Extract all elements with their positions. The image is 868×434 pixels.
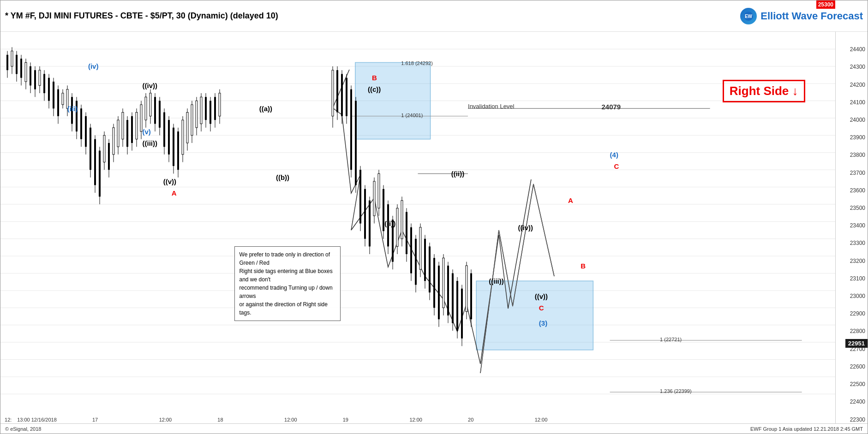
svg-rect-137: [359, 170, 361, 223]
price-22600: 22600: [850, 363, 865, 370]
svg-rect-125: [332, 70, 334, 116]
svg-rect-31: [6, 55, 8, 70]
fib-level-1: 1 (24001): [401, 113, 423, 118]
invalidation-value: 24079: [601, 103, 621, 111]
footer-right: EWF Group 1 Asia updated 12.21.2018 2:45…: [750, 426, 863, 432]
time-label-9: 12:00: [535, 417, 548, 422]
svg-rect-129: [341, 74, 343, 116]
wave-label-C-low: C: [539, 304, 544, 312]
svg-rect-109: [186, 113, 188, 143]
svg-rect-35: [16, 55, 18, 74]
price-23800: 23800: [850, 152, 865, 158]
svg-rect-23: [355, 62, 431, 139]
svg-rect-51: [53, 82, 54, 108]
svg-rect-175: [447, 266, 449, 315]
price-23200: 23200: [850, 258, 865, 264]
fib-level-1618: 1.618 (24292): [401, 60, 433, 66]
svg-rect-65: [85, 116, 87, 147]
wave-label-ivvv: ((iv)): [518, 224, 533, 232]
svg-rect-161: [415, 239, 417, 285]
svg-rect-71: [99, 151, 101, 197]
annotation-text: We prefer to trade only in direction of …: [239, 251, 333, 316]
time-label-2: 17: [92, 417, 98, 422]
price-23700: 23700: [850, 170, 865, 176]
price-22800: 22800: [850, 328, 865, 334]
svg-rect-49: [48, 78, 50, 101]
svg-rect-33: [11, 51, 13, 66]
ewf-brand-name: Elliott Wave Forecast: [760, 10, 863, 22]
svg-rect-145: [378, 173, 380, 208]
svg-line-189: [533, 184, 554, 276]
svg-rect-77: [113, 128, 114, 155]
svg-rect-127: [336, 70, 338, 112]
price-23900: 23900: [850, 134, 865, 141]
wave-label-A2: A: [568, 196, 573, 204]
svg-rect-89: [140, 105, 142, 131]
fib-level-bottom1236: 1.236 (22399): [660, 388, 692, 394]
wave-label-iv: (iv): [88, 62, 99, 70]
svg-rect-163: [419, 227, 421, 269]
svg-rect-81: [122, 113, 124, 139]
time-axis: 12: 13:00 12/16/2018 17 12:00 18 12:00 1…: [0, 415, 835, 424]
svg-rect-153: [396, 208, 398, 246]
svg-rect-135: [355, 101, 357, 185]
svg-rect-173: [443, 258, 444, 308]
svg-rect-105: [177, 131, 179, 170]
svg-rect-53: [57, 89, 59, 116]
svg-text:EW: EW: [745, 14, 753, 19]
price-24300: 24300: [850, 64, 865, 70]
current-price-value: 22951: [848, 340, 865, 347]
ewf-logo-circle: EW: [740, 8, 757, 24]
svg-rect-159: [410, 227, 412, 273]
svg-rect-103: [173, 128, 174, 166]
svg-rect-69: [94, 139, 96, 185]
footer-left: © eSignal, 2018: [5, 426, 41, 432]
svg-rect-101: [168, 120, 170, 155]
price-23600: 23600: [850, 187, 865, 194]
price-22500: 22500: [850, 381, 865, 387]
wave-label-vv: ((v)): [163, 178, 176, 185]
fib-level-bottom1: 1 (22721): [660, 337, 682, 342]
wave-label-iiii: ((ii)): [451, 170, 464, 178]
svg-rect-73: [103, 135, 105, 162]
svg-rect-121: [214, 97, 216, 120]
time-label-7: 12:00: [409, 417, 422, 422]
svg-rect-97: [159, 101, 161, 128]
svg-rect-171: [438, 266, 440, 319]
chart-container: * YM #F, DJI MINI FUTURES - CBTE - $5/PT…: [0, 0, 868, 434]
svg-rect-95: [154, 97, 156, 124]
chart-area: (iv) (iii) ((iv)) ((iii)) (v) ((v)) A ((…: [0, 32, 835, 415]
svg-rect-39: [25, 62, 27, 82]
svg-rect-179: [456, 281, 458, 331]
svg-rect-43: [34, 70, 36, 89]
wave-label-4: (4): [610, 151, 618, 159]
price-23000: 23000: [850, 293, 865, 299]
svg-rect-75: [108, 143, 110, 170]
svg-rect-24: [476, 281, 593, 350]
time-label-3: 12:00: [159, 417, 172, 422]
price-24000: 24000: [850, 117, 865, 123]
svg-rect-85: [131, 116, 133, 143]
right-side-label: Right Side ↓: [730, 84, 798, 98]
price-24100: 24100: [850, 99, 865, 106]
price-22900: 22900: [850, 310, 865, 317]
price-24200: 24200: [850, 82, 865, 88]
svg-rect-99: [163, 113, 165, 147]
time-label-8: 20: [468, 417, 473, 422]
svg-rect-155: [401, 201, 403, 239]
svg-rect-63: [80, 108, 82, 139]
wave-label-C-high: C: [614, 162, 619, 170]
svg-rect-45: [39, 70, 41, 85]
price-axis: 24400 24300 24200 24100 24000 23900 2380…: [835, 32, 868, 423]
svg-rect-167: [429, 246, 431, 292]
wave-label-v: (v): [143, 128, 151, 136]
invalidation-label: Invalidation Level: [468, 103, 514, 110]
svg-rect-79: [117, 120, 119, 147]
price-23400: 23400: [850, 222, 865, 229]
price-23100: 23100: [850, 275, 865, 282]
svg-rect-111: [191, 105, 193, 135]
wave-label-aa: ((a)): [259, 105, 272, 113]
svg-rect-87: [136, 113, 138, 139]
svg-rect-123: [219, 93, 221, 116]
time-label-0: 12:: [5, 417, 12, 422]
